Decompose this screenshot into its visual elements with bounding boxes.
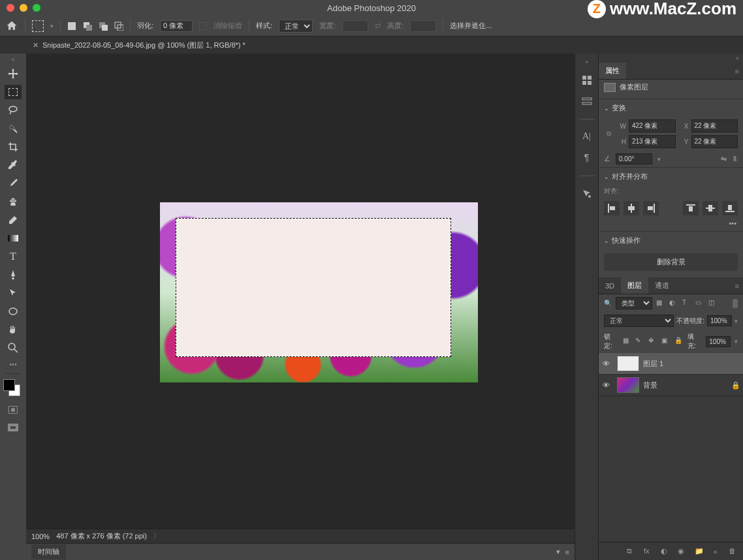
opacity-caret-icon[interactable]: ▾ — [735, 318, 738, 324]
filter-smart-icon[interactable]: ◫ — [708, 299, 718, 308]
character-panel-icon[interactable]: A| — [581, 131, 593, 143]
pen-tool[interactable] — [5, 268, 22, 282]
height-prop-input[interactable]: 213 像素 — [629, 135, 676, 148]
marquee-tool-icon[interactable] — [32, 20, 44, 32]
filter-shape-icon[interactable]: ▭ — [695, 299, 704, 308]
feather-input[interactable] — [160, 20, 193, 32]
x-prop-input[interactable]: 22 像素 — [691, 119, 738, 132]
color-swatches[interactable] — [3, 379, 23, 399]
layer-name[interactable]: 背景 — [643, 381, 727, 390]
canvas-viewport[interactable] — [26, 54, 575, 529]
foreground-color-swatch[interactable] — [3, 379, 15, 391]
layers-tab[interactable]: 图层 — [621, 277, 648, 294]
path-selection-tool[interactable] — [5, 286, 22, 300]
visibility-toggle-icon[interactable]: 👁 — [603, 381, 613, 389]
layer-row[interactable]: 👁 图层 1 — [599, 353, 743, 375]
link-layers-icon[interactable]: ⧉ — [627, 547, 636, 556]
align-top-icon[interactable] — [683, 201, 699, 215]
quick-mask-tool[interactable] — [5, 403, 22, 417]
fill-caret-icon[interactable]: ▾ — [735, 338, 738, 345]
align-hcenter-icon[interactable] — [624, 201, 639, 215]
zoom-tool[interactable] — [5, 341, 22, 355]
align-section-header[interactable]: ⌄ 对齐并分布 — [599, 167, 743, 185]
brush-tool[interactable] — [5, 176, 22, 191]
paragraph-panel-icon[interactable]: ¶ — [581, 152, 593, 164]
lock-position-icon[interactable]: ✥ — [648, 337, 657, 346]
gradient-tool[interactable] — [5, 231, 22, 245]
info-expand-icon[interactable]: 〉 — [153, 531, 161, 541]
timeline-tab[interactable]: 时间轴 — [31, 544, 66, 559]
adjustment-layer-icon[interactable]: ◉ — [678, 547, 687, 556]
transform-section-header[interactable]: ⌄ 变换 — [599, 99, 743, 117]
blend-mode-select[interactable]: 正常 — [604, 315, 674, 327]
flip-vertical-icon[interactable]: ⥮ — [732, 155, 738, 163]
align-right-icon[interactable] — [643, 201, 659, 215]
document-artboard[interactable] — [160, 202, 478, 382]
type-tool[interactable]: T — [5, 249, 22, 264]
adjustments-panel-icon[interactable] — [581, 95, 593, 107]
screen-mode-tool[interactable] — [5, 421, 22, 435]
layer-effects-icon[interactable]: fx — [644, 547, 653, 556]
angle-input[interactable]: 0.00° — [616, 153, 652, 164]
lock-all-icon[interactable]: 🔒 — [674, 337, 684, 346]
document-info[interactable]: 487 像素 x 276 像素 (72 ppi) — [56, 531, 147, 541]
layer-thumbnail[interactable] — [617, 356, 639, 371]
angle-caret-icon[interactable]: ▾ — [657, 156, 661, 163]
layer-group-icon[interactable]: 📁 — [695, 547, 704, 556]
shape-tool[interactable] — [5, 304, 22, 319]
home-icon[interactable] — [5, 20, 18, 33]
filter-pixel-icon[interactable]: ▦ — [656, 299, 665, 308]
eraser-tool[interactable] — [5, 213, 22, 227]
timeline-add-icon[interactable]: ▾ — [556, 548, 560, 556]
new-layer-icon[interactable]: ＋ — [712, 547, 721, 556]
style-select[interactable]: 正常 — [279, 20, 313, 33]
y-prop-input[interactable]: 22 像素 — [691, 135, 738, 148]
filter-type-icon[interactable]: T — [682, 299, 691, 308]
expand-strip-icon[interactable]: » — [585, 59, 588, 65]
dropdown-caret-icon[interactable]: ▾ — [50, 23, 54, 29]
layer-thumbnail[interactable] — [617, 377, 639, 393]
lasso-tool[interactable] — [5, 103, 22, 117]
tools-preset-panel-icon[interactable] — [581, 188, 593, 200]
zoom-level[interactable]: 100% — [31, 533, 50, 540]
lock-transparency-icon[interactable]: ▦ — [623, 337, 632, 346]
filter-adjustment-icon[interactable]: ◐ — [669, 299, 678, 308]
lock-artboard-icon[interactable]: ▣ — [661, 337, 671, 346]
channels-tab[interactable]: 通道 — [648, 277, 676, 294]
filter-toggle[interactable] — [733, 299, 738, 308]
properties-tab[interactable]: 属性 — [599, 63, 626, 79]
filter-kind-select[interactable]: 类型 — [616, 297, 652, 309]
document-tab-title[interactable]: Snipaste_2022-08-05_08-49-06.jpg @ 100% … — [42, 40, 245, 50]
flip-horizontal-icon[interactable]: ⇋ — [721, 155, 727, 163]
align-vcenter-icon[interactable] — [703, 201, 718, 215]
rectangular-marquee-tool[interactable] — [5, 85, 22, 99]
collapse-panels-icon[interactable]: » — [599, 54, 743, 63]
visibility-toggle-icon[interactable]: 👁 — [603, 360, 613, 367]
3d-tab[interactable]: 3D — [599, 277, 621, 294]
hand-tool[interactable] — [5, 322, 22, 337]
quick-selection-tool[interactable] — [5, 121, 22, 136]
layer-row[interactable]: 👁 背景 🔒 — [599, 375, 743, 396]
select-and-mask-button[interactable]: 选择并遮住... — [450, 21, 492, 31]
selection-new-icon[interactable] — [67, 22, 76, 31]
quick-actions-header[interactable]: ⌄ 快速操作 — [599, 231, 743, 249]
selection-subtract-icon[interactable] — [99, 22, 108, 31]
link-dimensions-icon[interactable]: ⧉ — [604, 130, 613, 138]
active-layer-with-selection[interactable] — [176, 218, 451, 357]
close-tab-button[interactable]: ✕ — [33, 41, 39, 50]
layers-menu-icon[interactable]: ≡ — [735, 282, 739, 290]
align-left-icon[interactable] — [604, 201, 620, 215]
clone-stamp-tool[interactable] — [5, 194, 22, 209]
color-panel-icon[interactable] — [581, 74, 593, 86]
filter-search-icon[interactable]: 🔍 — [604, 300, 612, 307]
crop-tool[interactable] — [5, 140, 22, 154]
layer-mask-icon[interactable]: ◐ — [661, 547, 670, 556]
remove-background-button[interactable]: 删除背景 — [604, 253, 738, 271]
align-more-icon[interactable]: ••• — [599, 219, 743, 231]
selection-intersect-icon[interactable] — [114, 22, 123, 31]
opacity-input[interactable]: 100% — [707, 315, 732, 326]
align-bottom-icon[interactable] — [722, 201, 738, 215]
timeline-menu-icon[interactable]: ≡ — [565, 548, 569, 556]
eyedropper-tool[interactable] — [5, 158, 22, 172]
layer-name[interactable]: 图层 1 — [643, 359, 739, 369]
